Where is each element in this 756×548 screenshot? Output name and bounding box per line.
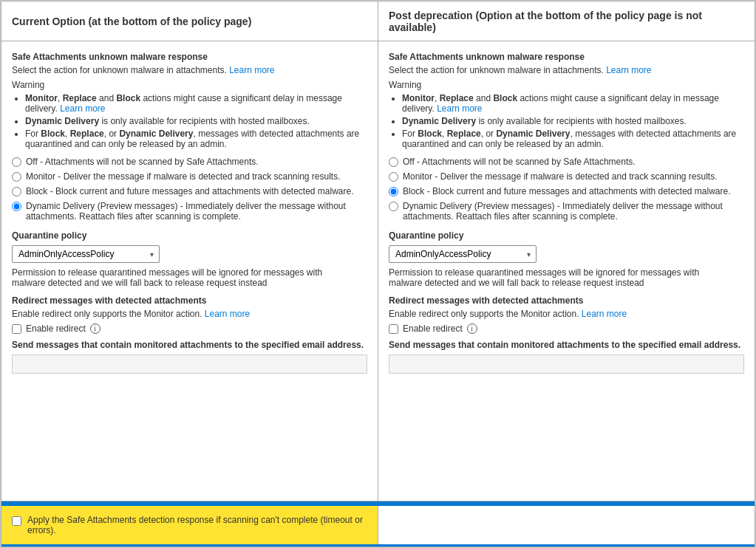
- left-bullet-1: Monitor, Replace and Block actions might…: [25, 93, 367, 114]
- right-enable-redirect-label[interactable]: Enable redirect: [403, 323, 463, 334]
- left-column-header: Current Option (at the bottom of the pol…: [1, 1, 378, 41]
- right-redirect-section: Redirect messages with detected attachme…: [389, 295, 744, 374]
- right-column: Post deprecation (Option at the bottom o…: [378, 1, 755, 501]
- right-bullet-1: Monitor, Replace and Block actions might…: [402, 93, 744, 114]
- right-bullet-1-link[interactable]: Learn more: [437, 103, 482, 114]
- left-radio-dynamic: Dynamic Delivery (Preview messages) - Im…: [12, 201, 367, 222]
- left-email-input[interactable]: [12, 355, 367, 374]
- right-radio-block-input[interactable]: [389, 187, 398, 196]
- right-radio-block-label[interactable]: Block - Block current and future message…: [403, 186, 731, 196]
- right-radio-monitor-input[interactable]: [389, 172, 398, 182]
- left-malware-desc: Select the action for unknown malware in…: [12, 65, 367, 75]
- left-warning-label: Warning: [12, 80, 367, 90]
- right-radio-monitor-label[interactable]: Monitor - Deliver the message if malware…: [403, 171, 718, 182]
- right-header-title: Post deprecation (Option at the bottom o…: [389, 10, 744, 33]
- right-column-header: Post deprecation (Option at the bottom o…: [378, 1, 755, 41]
- right-radio-off: Off - Attachments will not be scanned by…: [389, 157, 744, 167]
- left-radio-monitor: Monitor - Deliver the message if malware…: [12, 171, 367, 182]
- right-bullet-3: For Block, Replace, or Dynamic Delivery,…: [402, 129, 744, 149]
- left-bullet-3: For Block, Replace, or Dynamic Delivery,…: [25, 129, 367, 149]
- right-radio-monitor: Monitor - Deliver the message if malware…: [389, 171, 744, 182]
- bottom-right-section: [378, 506, 755, 544]
- left-radio-dynamic-input[interactable]: [12, 202, 21, 211]
- left-radio-dynamic-label[interactable]: Dynamic Delivery (Preview messages) - Im…: [26, 201, 367, 222]
- right-radio-dynamic: Dynamic Delivery (Preview messages) - Im…: [389, 201, 744, 222]
- left-enable-redirect-checkbox[interactable]: [12, 324, 21, 334]
- right-quarantine-select-wrapper: AdminOnlyAccessPolicy ▾: [389, 245, 537, 263]
- left-learn-more-1[interactable]: Learn more: [229, 65, 274, 75]
- main-container: Current Option (at the bottom of the pol…: [0, 0, 756, 548]
- left-redirect-info-icon: i: [90, 323, 101, 334]
- left-quarantine-note: Permission to release quarantined messag…: [12, 267, 337, 288]
- left-radio-off-input[interactable]: [12, 157, 21, 167]
- left-bullet-list: Monitor, Replace and Block actions might…: [25, 93, 367, 149]
- right-learn-more-1[interactable]: Learn more: [606, 65, 651, 75]
- right-malware-desc: Select the action for unknown malware in…: [389, 65, 744, 75]
- right-quarantine-select[interactable]: AdminOnlyAccessPolicy: [389, 245, 537, 263]
- right-bullet-2: Dynamic Delivery is only available for r…: [402, 116, 744, 126]
- left-quarantine-title: Quarantine policy: [12, 230, 367, 241]
- right-radio-off-label[interactable]: Off - Attachments will not be scanned by…: [403, 157, 636, 167]
- left-radio-group: Off - Attachments will not be scanned by…: [12, 157, 367, 222]
- right-column-body: Safe Attachments unknown malware respons…: [378, 41, 755, 384]
- right-radio-group: Off - Attachments will not be scanned by…: [389, 157, 744, 222]
- right-redirect-learn-more[interactable]: Learn more: [582, 309, 627, 319]
- left-radio-monitor-input[interactable]: [12, 172, 21, 182]
- right-quarantine-section: Quarantine policy AdminOnlyAccessPolicy …: [389, 230, 744, 288]
- left-radio-block-label[interactable]: Block - Block current and future message…: [26, 186, 354, 196]
- left-radio-block-input[interactable]: [12, 187, 21, 196]
- bottom-checkbox-row: Apply the Safe Attachments detection res…: [12, 515, 367, 535]
- blue-divider-bottom: [1, 544, 755, 547]
- bottom-apply-checkbox[interactable]: [12, 516, 21, 526]
- left-send-messages-label: Send messages that contain monitored att…: [12, 340, 367, 350]
- right-email-input[interactable]: [389, 355, 744, 374]
- left-bullet-1-link[interactable]: Learn more: [60, 103, 105, 114]
- right-quarantine-note: Permission to release quarantined messag…: [389, 267, 714, 288]
- left-quarantine-section: Quarantine policy AdminOnlyAccessPolicy …: [12, 230, 367, 288]
- right-redirect-note: Enable redirect only supports the Monito…: [389, 309, 744, 319]
- right-radio-off-input[interactable]: [389, 157, 398, 167]
- right-radio-dynamic-input[interactable]: [389, 202, 398, 211]
- left-column-body: Safe Attachments unknown malware respons…: [1, 41, 378, 384]
- left-redirect-learn-more[interactable]: Learn more: [205, 309, 250, 319]
- left-radio-off: Off - Attachments will not be scanned by…: [12, 157, 367, 167]
- right-redirect-info-icon: i: [467, 323, 477, 334]
- left-enable-redirect-row: Enable redirect i: [12, 323, 367, 334]
- left-redirect-note: Enable redirect only supports the Monito…: [12, 309, 367, 319]
- left-malware-title: Safe Attachments unknown malware respons…: [12, 52, 367, 62]
- left-quarantine-select[interactable]: AdminOnlyAccessPolicy: [12, 245, 160, 263]
- left-enable-redirect-label[interactable]: Enable redirect: [26, 323, 86, 334]
- bottom-bar: Apply the Safe Attachments detection res…: [1, 504, 755, 544]
- left-bullet-2: Dynamic Delivery is only available for r…: [25, 116, 367, 126]
- right-quarantine-title: Quarantine policy: [389, 230, 744, 241]
- right-warning-label: Warning: [389, 80, 744, 90]
- bottom-outer: Apply the Safe Attachments detection res…: [1, 501, 755, 547]
- bottom-apply-label[interactable]: Apply the Safe Attachments detection res…: [27, 515, 367, 535]
- right-radio-dynamic-label[interactable]: Dynamic Delivery (Preview messages) - Im…: [403, 201, 744, 222]
- left-column: Current Option (at the bottom of the pol…: [1, 1, 378, 501]
- right-enable-redirect-row: Enable redirect i: [389, 323, 744, 334]
- left-radio-off-label[interactable]: Off - Attachments will not be scanned by…: [26, 157, 259, 167]
- bottom-left-section: Apply the Safe Attachments detection res…: [1, 506, 378, 544]
- columns-wrapper: Current Option (at the bottom of the pol…: [1, 1, 755, 501]
- right-bullet-list: Monitor, Replace and Block actions might…: [402, 93, 744, 149]
- left-header-title: Current Option (at the bottom of the pol…: [12, 16, 251, 27]
- left-radio-block: Block - Block current and future message…: [12, 186, 367, 196]
- left-redirect-title: Redirect messages with detected attachme…: [12, 295, 367, 306]
- right-radio-block: Block - Block current and future message…: [389, 186, 744, 196]
- right-redirect-title: Redirect messages with detected attachme…: [389, 295, 744, 306]
- left-quarantine-select-wrapper: AdminOnlyAccessPolicy ▾: [12, 245, 160, 263]
- right-send-messages-label: Send messages that contain monitored att…: [389, 340, 744, 350]
- right-enable-redirect-checkbox[interactable]: [389, 324, 398, 334]
- left-radio-monitor-label[interactable]: Monitor - Deliver the message if malware…: [26, 171, 341, 182]
- left-redirect-section: Redirect messages with detected attachme…: [12, 295, 367, 374]
- right-malware-title: Safe Attachments unknown malware respons…: [389, 52, 744, 62]
